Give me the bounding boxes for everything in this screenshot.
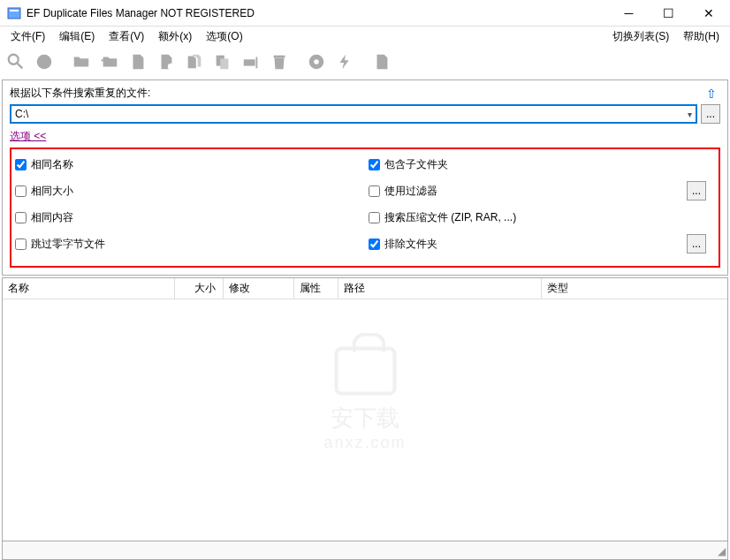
lbl-use-filter: 使用过滤器 xyxy=(384,184,437,199)
lbl-include-sub: 包含子文件夹 xyxy=(384,157,448,172)
cb-exclude-folder[interactable] xyxy=(369,238,380,250)
menu-help[interactable]: 帮助(H) xyxy=(676,27,726,46)
cb-same-size[interactable] xyxy=(15,185,27,197)
cb-same-content[interactable] xyxy=(15,212,27,223)
lbl-same-name: 相同名称 xyxy=(31,157,73,172)
chevron-down-icon[interactable]: ▾ xyxy=(688,110,692,119)
cb-skip-zero[interactable] xyxy=(15,238,27,250)
col-size[interactable]: 大小 xyxy=(175,278,224,299)
lbl-same-content: 相同内容 xyxy=(31,210,73,225)
results-list: 名称 大小 修改 属性 路径 类型 安下载 anxz.com xyxy=(2,277,728,542)
lbl-search-archive: 搜索压缩文件 (ZIP, RAR, ...) xyxy=(384,210,516,225)
lightning-icon[interactable] xyxy=(332,49,357,74)
menu-options[interactable]: 选项(O) xyxy=(199,27,249,46)
menubar: 文件(F) 编辑(E) 查看(V) 额外(x) 选项(O) 切换列表(S) 帮助… xyxy=(0,26,730,46)
browse-button[interactable]: ... xyxy=(701,104,720,124)
column-headers: 名称 大小 修改 属性 路径 类型 xyxy=(3,278,727,299)
search-panel: 根据以下条件搜索重复的文件: ⇧ C:\ ▾ ... 选项 << 相同名称 相同… xyxy=(2,79,728,276)
col-name[interactable]: 名称 xyxy=(3,278,175,299)
lbl-same-size: 相同大小 xyxy=(31,184,73,199)
menu-extra[interactable]: 额外(x) xyxy=(151,27,199,46)
app-icon xyxy=(7,6,21,20)
menu-file[interactable]: 文件(F) xyxy=(4,27,52,46)
menu-switch-list[interactable]: 切换列表(S) xyxy=(605,27,676,46)
toolbar xyxy=(0,46,730,78)
cb-search-archive[interactable] xyxy=(369,212,380,223)
filter-browse-button[interactable]: ... xyxy=(687,181,706,201)
collapse-icon[interactable]: ⇧ xyxy=(703,87,720,101)
lbl-skip-zero: 跳过零字节文件 xyxy=(31,237,105,252)
svg-point-5 xyxy=(168,64,174,70)
window-title: EF Duplicate Files Manager NOT REGISTERE… xyxy=(27,7,609,19)
stop-icon[interactable] xyxy=(32,49,57,74)
svg-point-2 xyxy=(9,55,19,64)
path-combobox[interactable]: C:\ ▾ xyxy=(10,104,697,124)
svg-line-3 xyxy=(18,64,23,69)
folder-move-icon[interactable] xyxy=(97,49,122,74)
options-area: 相同名称 相同大小 相同内容 跳过零字节文件 包含子文件夹 使用过滤器... 搜… xyxy=(10,148,720,268)
search-icon[interactable] xyxy=(4,49,28,74)
svg-rect-8 xyxy=(244,59,255,65)
svg-rect-1 xyxy=(10,10,19,11)
svg-rect-0 xyxy=(8,8,20,19)
col-type[interactable]: 类型 xyxy=(542,278,727,299)
col-attr[interactable]: 属性 xyxy=(294,278,338,299)
menu-edit[interactable]: 编辑(E) xyxy=(52,27,102,46)
minimize-button[interactable]: ─ xyxy=(609,0,649,26)
titlebar: EF Duplicate Files Manager NOT REGISTERE… xyxy=(0,0,730,26)
col-modified[interactable]: 修改 xyxy=(224,278,294,299)
svg-point-12 xyxy=(314,59,319,64)
folder-icon[interactable] xyxy=(69,49,94,74)
menu-view[interactable]: 查看(V) xyxy=(102,27,151,46)
resize-grip-icon[interactable]: ◢ xyxy=(718,545,726,557)
exclude-browse-button[interactable]: ... xyxy=(687,234,706,254)
svg-point-4 xyxy=(37,55,52,70)
svg-rect-7 xyxy=(220,58,228,69)
cb-include-sub[interactable] xyxy=(369,159,380,170)
svg-rect-10 xyxy=(274,56,285,58)
cb-same-name[interactable] xyxy=(15,159,27,170)
file-new-icon[interactable] xyxy=(154,49,179,74)
search-label: 根据以下条件搜索重复的文件: xyxy=(10,86,703,101)
lbl-exclude-folder: 排除文件夹 xyxy=(384,237,437,252)
trash-icon[interactable] xyxy=(267,49,292,74)
col-path[interactable]: 路径 xyxy=(338,278,542,299)
options-link[interactable]: 选项 << xyxy=(10,130,46,142)
copy-icon[interactable] xyxy=(210,49,235,74)
cb-use-filter[interactable] xyxy=(369,185,380,197)
rename-icon[interactable] xyxy=(239,49,263,74)
files-icon[interactable] xyxy=(182,49,207,74)
statusbar: ◢ xyxy=(2,541,728,560)
maximize-button[interactable]: ☐ xyxy=(649,0,688,26)
file-icon[interactable] xyxy=(125,49,150,74)
close-button[interactable]: ✕ xyxy=(688,0,728,26)
watermark: 安下载 anxz.com xyxy=(323,347,406,452)
disc-icon[interactable] xyxy=(304,49,329,74)
document-icon[interactable] xyxy=(369,49,394,74)
path-value: C:\ xyxy=(15,108,688,120)
